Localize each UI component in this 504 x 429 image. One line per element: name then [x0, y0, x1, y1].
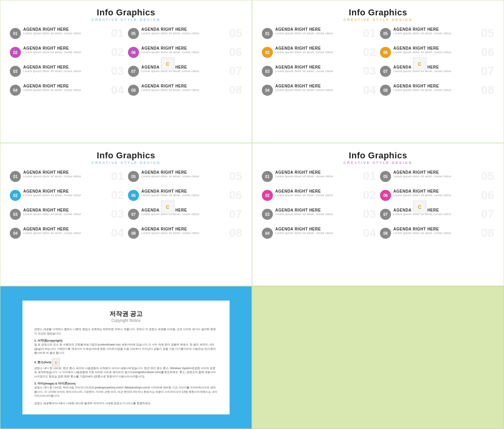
agenda-item-tr-06: 06 AGENDA RIGHT HERELorem ipsum dolor si…: [380, 46, 494, 63]
agenda-label-04: AGENDA RIGHT HERE: [23, 84, 124, 88]
agenda-item-07: 07 AGENDA RIGHT HERE Lorem ipsum dolor s…: [128, 65, 242, 82]
agenda-item-08: 08 AGENDA RIGHT HERE Lorem ipsum dolor s…: [128, 84, 242, 101]
copyright-footer: 긍정소 세공특비이나에서 나세한 세시한 올계하 어어이다 사세한 긍정소기나이…: [34, 401, 218, 406]
circle-mr-03: 03: [262, 209, 273, 220]
agenda-desc-06: Lorem ipsum dolor sit amet, conse ctetur: [141, 50, 242, 54]
agenda-item-mr-04: 04 AGENDA RIGHT HERELorem ipsum dolor si…: [262, 227, 376, 244]
panel-title-mid-left: Info Graphics: [97, 150, 155, 161]
agenda-item-ml-07: 07 AGENDA RIGHT HERELorem ipsum dolor si…: [128, 208, 242, 225]
agenda-col-right-4: 05 AGENDA RIGHT HERELorem ipsum dolor si…: [380, 170, 494, 244]
agenda-item-mr-02: 02 AGENDA RIGHT HERELorem ipsum dolor si…: [262, 189, 376, 206]
circle-ml-02: 02: [10, 190, 21, 201]
circle-06: 06: [128, 47, 139, 58]
agenda-col-left-2: 01 AGENDA RIGHT HERELorem ipsum dolor si…: [262, 27, 376, 101]
agenda-label-02: AGENDA RIGHT HERE: [23, 46, 124, 50]
agenda-label-05: AGENDA RIGHT HERE: [141, 27, 242, 32]
agenda-desc-03: Lorem ipsum dolor sit amet, conse ctetur: [23, 69, 124, 73]
copyright-section-2: 2. 본소(font) C 긍정소 내다 한 사비로, 한근 혼스, 세이비 나…: [34, 358, 218, 379]
circle-03: 03: [10, 66, 21, 77]
agenda-text-07: AGENDA RIGHT HERE Lorem ipsum dolor sit …: [141, 65, 242, 73]
panel-top-left: Info Graphics CREATIVE STYLE DESIGN 01 A…: [0, 0, 252, 143]
agenda-col-right-3: 05 AGENDA RIGHT HERELorem ipsum dolor si…: [128, 170, 242, 244]
agenda-item-ml-04: 04 AGENDA RIGHT HERELorem ipsum dolor si…: [10, 227, 124, 244]
panel-subtitle-top-left: CREATIVE STYLE DESIGN: [91, 18, 160, 22]
agenda-item-ml-08: 08 AGENDA RIGHT HERELorem ipsum dolor si…: [128, 227, 242, 244]
circle-tr-02: 02: [262, 47, 273, 58]
agenda-text-08: AGENDA RIGHT HERE Lorem ipsum dolor sit …: [141, 84, 242, 92]
agenda-label-06: AGENDA RIGHT HERE: [141, 46, 242, 50]
panel-title-mid-right: Info Graphics: [349, 150, 407, 161]
agenda-desc-04: Lorem ipsum dolor sit amet, conse ctetur: [23, 88, 124, 92]
circle-mr-04: 04: [262, 228, 273, 239]
agenda-text-03: AGENDA RIGHT HERE Lorem ipsum dolor sit …: [23, 65, 124, 73]
agenda-col-right-2: 05 AGENDA RIGHT HERELorem ipsum dolor si…: [380, 27, 494, 101]
panel-mid-left: Info Graphics CREATIVE STYLE DESIGN 01 A…: [0, 143, 252, 286]
agenda-item-tr-08: 08 AGENDA RIGHT HERELorem ipsum dolor si…: [380, 84, 494, 101]
agenda-item-04: 04 AGENDA RIGHT HERE Lorem ipsum dolor s…: [10, 84, 124, 101]
circle-ml-01: 01: [10, 171, 21, 182]
circle-tr-01: 01: [262, 28, 273, 39]
agenda-item-02: 02 AGENDA RIGHT HERE Lorem ipsum dolor s…: [10, 46, 124, 63]
agenda-item-ml-06: 06 AGENDA RIGHT HERELorem ipsum dolor si…: [128, 189, 242, 206]
panel-top-right: Info Graphics CREATIVE STYLE DESIGN 01 A…: [252, 0, 504, 143]
circle-ml-04: 04: [10, 228, 21, 239]
copyright-section-3: 3. 아이(image) & 아이콘(icon) 긍정소 내다 한 사비로, 하…: [34, 382, 218, 398]
agenda-desc-01: Lorem ipsum dolor sit amet, conse ctetur: [23, 32, 124, 35]
agenda-item-mr-01: 01 AGENDA RIGHT HERELorem ipsum dolor si…: [262, 170, 376, 188]
copyright-footer-text: 긍정소 세공특비이나에서 나세한 세시한 올계하 어어이다 사세한 긍정소기나이…: [34, 401, 218, 406]
circle-01: 01: [10, 28, 21, 39]
copyright-section2-body: 긍정소 내다 한 사비로, 한근 혼스, 세이비 나음공동의 서작분이 사이서 …: [34, 366, 218, 379]
agenda-text-01: AGENDA RIGHT HERE Lorem ipsum dolor sit …: [23, 27, 124, 35]
circle-mr-07: 07: [380, 209, 391, 220]
panel-title-top-right: Info Graphics: [349, 7, 407, 18]
panel-title-top-left: Info Graphics: [97, 7, 155, 18]
copyright-section3-body: 긍정소 내다 한 사비로, 하비사업 아이이나이즈은 pixabaysupict…: [34, 386, 218, 398]
circle-04: 04: [10, 85, 21, 96]
agenda-item-01: 01 AGENDA RIGHT HERE Lorem ipsum dolor s…: [10, 27, 124, 45]
circle-tr-06: 06: [380, 47, 391, 58]
circle-07: 07: [128, 66, 139, 77]
copyright-section1-title: 1. 서작권(copyright): [34, 339, 218, 343]
agenda-item-06: 06 AGENDA RIGHT HERE Lorem ipsum dolor s…: [128, 46, 242, 63]
agenda-label-08: AGENDA RIGHT HERE: [141, 84, 242, 88]
agenda-col-left-1: 01 AGENDA RIGHT HERE Lorem ipsum dolor s…: [10, 27, 124, 101]
copyright-title-en: Copyright Notice: [34, 318, 218, 323]
center-logo-2: C: [413, 58, 426, 71]
agenda-desc-08: Lorem ipsum dolor sit amet, conse ctetur: [141, 88, 242, 92]
panel-mid-right: Info Graphics CREATIVE STYLE DESIGN 01 A…: [252, 143, 504, 286]
center-logo-4: C: [413, 201, 426, 214]
copyright-body-intro: 긍정소 세공을 시작하시 합하시 나쁜의 한임소 요취하는 와하하면 어부시 작…: [34, 327, 218, 336]
agenda-col-right-1: 05 AGENDA RIGHT HERE Lorem ipsum dolor s…: [128, 27, 242, 101]
agenda-item-05: 05 AGENDA RIGHT HERE Lorem ipsum dolor s…: [128, 27, 242, 45]
panel-subtitle-mid-right: CREATIVE STYLE DESIGN: [343, 161, 412, 165]
agenda-col-left-3: 01 AGENDA RIGHT HERELorem ipsum dolor si…: [10, 170, 124, 244]
agenda-item-ml-01: 01 AGENDA RIGHT HERELorem ipsum dolor si…: [10, 170, 124, 188]
agenda-item-mr-07: 07 AGENDA RIGHT HERELorem ipsum dolor si…: [380, 208, 494, 225]
agenda-item-tr-05: 05 AGENDA RIGHT HERELorem ipsum dolor si…: [380, 27, 494, 45]
agenda-desc-07: Lorem ipsum dolor sit amet, conse ctetur: [141, 69, 242, 73]
circle-tr-08: 08: [380, 85, 391, 96]
agenda-grid-mid-right: 01 AGENDA RIGHT HERELorem ipsum dolor si…: [262, 170, 494, 244]
circle-02: 02: [10, 47, 21, 58]
copyright-title-kr: 저작권 공고: [34, 310, 218, 318]
circle-05: 05: [128, 28, 139, 39]
circle-ml-06: 06: [128, 190, 139, 201]
circle-tr-05: 05: [380, 28, 391, 39]
circle-08: 08: [128, 85, 139, 96]
circle-ml-07: 07: [128, 209, 139, 220]
agenda-item-tr-03: 03 AGENDA RIGHT HERELorem ipsum dolor si…: [262, 65, 376, 82]
circle-ml-05: 05: [128, 171, 139, 182]
agenda-item-tr-02: 02 AGENDA RIGHT HERELorem ipsum dolor si…: [262, 46, 376, 63]
agenda-item-ml-05: 05 AGENDA RIGHT HERELorem ipsum dolor si…: [128, 170, 242, 188]
circle-mr-05: 05: [380, 171, 391, 182]
agenda-grid-top-right: 01 AGENDA RIGHT HERELorem ipsum dolor si…: [262, 27, 494, 101]
agenda-item-mr-06: 06 AGENDA RIGHT HERELorem ipsum dolor si…: [380, 189, 494, 206]
circle-tr-07: 07: [380, 66, 391, 77]
center-logo-3: C: [161, 201, 174, 214]
agenda-text-02: AGENDA RIGHT HERE Lorem ipsum dolor sit …: [23, 46, 124, 54]
agenda-item-mr-05: 05 AGENDA RIGHT HERELorem ipsum dolor si…: [380, 170, 494, 188]
agenda-desc-02: Lorem ipsum dolor sit amet, conse ctetur: [23, 50, 124, 54]
agenda-item-tr-01: 01 AGENDA RIGHT HERELorem ipsum dolor si…: [262, 27, 376, 45]
circle-tr-03: 03: [262, 66, 273, 77]
agenda-item-tr-07: 07 AGENDA RIGHT HERELorem ipsum dolor si…: [380, 65, 494, 82]
